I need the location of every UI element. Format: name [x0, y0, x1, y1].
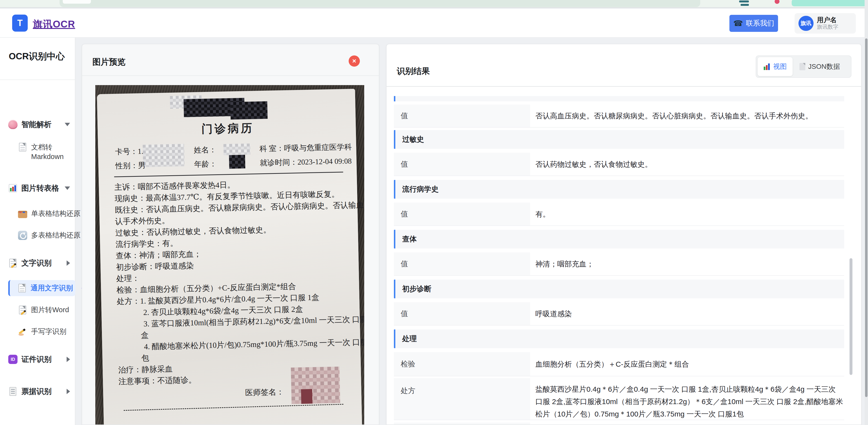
view-mode-tabs: 视图 JSON数据 [756, 55, 851, 78]
sidebar-item-receipt-recognition[interactable]: 票据识别 [0, 383, 75, 400]
contact-us-button[interactable]: ☎ 联系我们 [730, 15, 778, 32]
sidebar-title: OCR识别中心 [9, 50, 65, 62]
brain-icon [8, 120, 18, 129]
paper-fields: 卡号：1. 姓名： 科 室：呼吸与危重症医学科 性别：男 年龄： 就诊时间：20… [114, 142, 343, 173]
document-icon [800, 63, 805, 70]
table-row: 处方 盐酸莫西沙星片0.4g＊6片／盒0.4g 一天一次 口服 1盒,杏贝止咳颗… [394, 378, 844, 420]
document-icon [19, 284, 26, 293]
image-preview-panel: 图片预览 × 门诊病历 卡号：1. 姓名： 科 室：呼吸与危重症医学科 性别：男… [82, 44, 379, 425]
tear-line [124, 404, 343, 411]
document-icon [19, 143, 26, 151]
browser-address-bar[interactable] [60, 0, 700, 7]
sidebar-item-handwriting-recognition[interactable]: 手写字识别 [0, 324, 75, 339]
chevron-right-icon [67, 261, 70, 266]
avatar: 旗讯 [799, 16, 813, 31]
sidebar: OCR识别中心 智能解析 文档转Markdown 图片转表格 单表格结构还原 多… [0, 38, 75, 425]
sync-icon [18, 231, 27, 240]
divider [114, 172, 343, 177]
notification-dot-icon [775, 0, 779, 4]
card-box-icon [18, 211, 27, 218]
id-icon: ID [8, 355, 18, 364]
redaction-block [230, 101, 268, 120]
sidebar-item-id-recognition[interactable]: ID 证件识别 [0, 351, 75, 368]
sidebar-item-doc-to-markdown[interactable]: 文档转Markdown [0, 141, 75, 170]
bar-chart-icon [8, 184, 18, 193]
divider [386, 86, 861, 87]
table-row: 值 否认高血压病史。否认糖尿病病史。否认心脏病病史。否认输血史。否认手术外伤史。 [394, 104, 844, 128]
document-photo: 门诊病历 卡号：1. 姓名： 科 室：呼吸与危重症医学科 性别：男 年龄： 就诊… [95, 85, 364, 425]
sidebar-item-general-text-recognition[interactable]: 通用文字识别 • [8, 280, 75, 296]
app-header: T 旗讯OCR ☎ 联系我们 旗讯 用户名 旗讯数字 [0, 9, 868, 38]
table-row-partial [394, 423, 844, 425]
table-row: 值 呼吸道感染 [394, 302, 844, 326]
section-row-partial [394, 96, 844, 101]
browser-menu-icon[interactable] [741, 4, 749, 6]
preview-title: 图片预览 [92, 56, 125, 68]
contact-us-label: 联系我们 [746, 19, 774, 28]
section-row: 过敏史 [394, 130, 844, 149]
browser-chrome [0, 0, 868, 8]
phone-icon: ☎ [733, 20, 743, 27]
results-title: 识别结果 [397, 66, 430, 77]
divider [82, 75, 379, 76]
sidebar-item-text-recognition[interactable]: 文字识别 [0, 254, 75, 272]
section-row: 流行病学史 [394, 180, 844, 199]
chevron-down-icon [65, 186, 70, 190]
section-row: 查体 [394, 230, 844, 248]
signature-line: 医师签名： [119, 385, 348, 401]
browser-highlight [792, 0, 868, 6]
browser-menu-icon[interactable] [739, 0, 749, 2]
brand-link[interactable]: 旗讯OCR [33, 18, 75, 31]
redaction-block [229, 155, 245, 169]
tab-json-data[interactable]: JSON数据 [794, 57, 846, 76]
section-row: 处理 [394, 329, 844, 348]
user-menu[interactable]: 旗讯 用户名 旗讯数字 [795, 13, 856, 34]
redaction-block [223, 144, 250, 155]
divider [0, 80, 75, 80]
redaction-block [143, 144, 185, 167]
results-scrollbar-thumb[interactable] [849, 258, 852, 375]
window-scrollbar-thumb[interactable] [865, 38, 868, 397]
table-row: 值 神清；咽部充血； [394, 252, 844, 276]
memo-icon [19, 306, 26, 314]
chevron-down-icon [65, 123, 70, 126]
signature-redaction-block [291, 367, 340, 404]
sidebar-item-smart-parse[interactable]: 智能解析 [0, 116, 75, 133]
table-row: 检验 血细胞分析（五分类）＋C-反应蛋白测定＊组合 [394, 352, 844, 376]
sidebar-item-image-to-word[interactable]: 图片转Word [0, 302, 75, 318]
bar-chart-icon [764, 63, 770, 70]
app-logo: T [12, 14, 28, 32]
table-row: 值 否认药物过敏史，否认食物过敏史。 [394, 153, 844, 176]
tab-view[interactable]: 视图 [757, 57, 793, 76]
sidebar-item-single-table-restore[interactable]: 单表格结构还原 [0, 206, 75, 221]
section-row: 初步诊断 [394, 280, 844, 298]
paper-title: 门诊病历 [113, 119, 342, 139]
table-row: 值 有。 [394, 203, 844, 226]
browser-tab-chip [63, 0, 91, 4]
user-name: 用户名 [817, 16, 838, 24]
user-org: 旗讯数字 [817, 24, 838, 30]
sidebar-item-multi-table-restore[interactable]: 多表格结构还原 [0, 227, 75, 243]
sidebar-item-image-to-table[interactable]: 图片转表格 [0, 180, 75, 197]
window-scrollbar[interactable] [865, 0, 868, 425]
recognition-results-panel: 识别结果 视图 JSON数据 值 否认高血压病史。否认糖尿病病史。否认心脏病病史… [386, 44, 862, 425]
close-icon: × [352, 57, 356, 65]
medical-record-paper: 门诊病历 卡号：1. 姓名： 科 室：呼吸与危重症医学科 性别：男 年龄： 就诊… [97, 89, 363, 425]
memo-icon [9, 259, 17, 268]
close-button[interactable]: × [349, 55, 360, 67]
chevron-right-icon [67, 389, 70, 394]
writing-hand-icon [18, 327, 27, 336]
receipt-icon [9, 387, 16, 396]
chevron-right-icon [67, 357, 70, 362]
